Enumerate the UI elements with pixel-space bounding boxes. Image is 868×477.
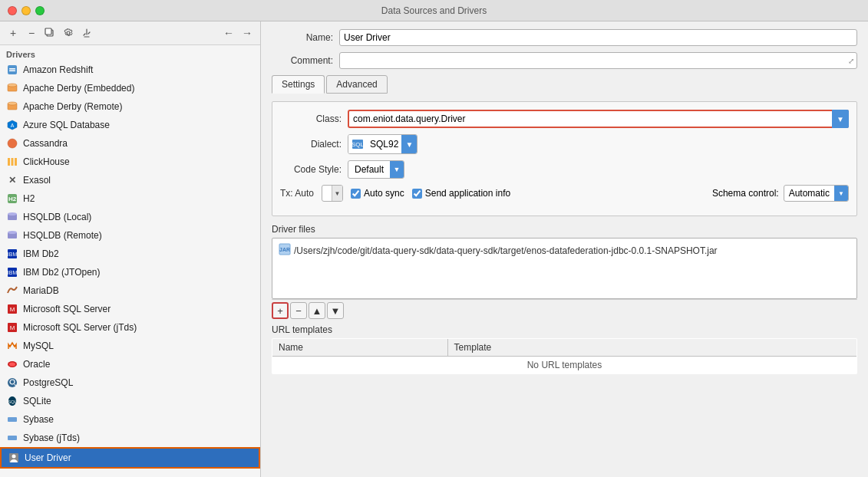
settings-button[interactable] (60, 25, 77, 41)
code-style-label: Code Style: (280, 164, 342, 175)
code-style-row: Code Style: Default ▼ (280, 160, 849, 179)
settings-panel: Class: ▼ Dialect: SQL SQL92 (272, 101, 857, 216)
svg-rect-3 (9, 68, 15, 70)
files-toolbar: + − ▲ ▼ (272, 299, 857, 321)
driver-item[interactable]: ✕ Exasol (0, 171, 260, 189)
svg-text:JAR: JAR (279, 247, 290, 252)
schema-control-group: Schema control: Automatic ▼ (712, 185, 849, 202)
driver-item[interactable]: MariaDB (0, 281, 260, 300)
maximize-button[interactable] (35, 6, 45, 15)
dialect-icon: SQL (348, 135, 367, 153)
driver-item[interactable]: HSQLDB (Local) (0, 208, 260, 226)
tx-select-wrapper: ▼ (322, 185, 343, 202)
driver-item[interactable]: M Microsoft SQL Server (jTds) (0, 318, 260, 337)
sidebar: + − ← → Driver (0, 21, 261, 477)
settings-tabs: Settings Advanced (272, 75, 857, 94)
schema-control-dropdown-button[interactable]: ▼ (834, 185, 848, 202)
minimize-button[interactable] (21, 6, 31, 15)
driver-item[interactable]: Sybase (0, 410, 260, 429)
driver-item[interactable]: IBM IBM Db2 (JTOpen) (0, 263, 260, 281)
driver-icon (6, 64, 18, 76)
class-input[interactable] (348, 110, 849, 128)
driver-icon (6, 156, 18, 168)
driver-item[interactable]: User Driver (0, 447, 260, 469)
svg-rect-1 (45, 28, 51, 35)
tx-row: Tx: Auto ▼ Auto sync Send application in… (280, 185, 849, 202)
svg-point-39 (12, 455, 16, 459)
copy-driver-button[interactable] (41, 25, 58, 41)
svg-rect-12 (8, 158, 10, 166)
close-button[interactable] (8, 6, 17, 15)
driver-item[interactable]: A Azure SQL Database (0, 116, 260, 134)
move-down-button[interactable]: ▼ (327, 302, 344, 319)
url-templates-section: URL templates Name Template No URL templ… (272, 324, 857, 374)
driver-icon (6, 229, 18, 242)
driver-name: H2 (23, 193, 35, 204)
driver-item[interactable]: MySQL (0, 337, 260, 355)
drivers-section-label: Drivers (0, 45, 260, 61)
code-style-dropdown-button[interactable]: ▼ (390, 160, 404, 179)
dialect-dropdown-button[interactable]: ▼ (401, 135, 417, 153)
driver-item[interactable]: HSQLDB (Remote) (0, 226, 260, 245)
url-table-name-header: Name (272, 339, 448, 357)
svg-text:M: M (10, 324, 15, 331)
driver-name: IBM Db2 (JTOpen) (23, 267, 100, 278)
auto-sync-checkbox[interactable] (351, 189, 361, 199)
svg-rect-13 (12, 158, 14, 166)
driver-item[interactable]: Sybase (jTds) (0, 429, 260, 447)
driver-item[interactable]: H2 H2 (0, 189, 260, 208)
code-style-value: Default (348, 164, 390, 175)
comment-label: Comment: (272, 55, 333, 66)
svg-point-6 (8, 84, 17, 87)
driver-item[interactable]: Oracle (0, 355, 260, 373)
nav-forward-button[interactable]: → (239, 25, 256, 41)
driver-item[interactable]: Amazon Redshift (0, 61, 260, 79)
name-input[interactable] (339, 29, 857, 46)
comment-expand-icon[interactable]: ⤢ (848, 57, 854, 65)
schema-control-label: Schema control: (712, 188, 779, 199)
driver-icon (6, 358, 18, 370)
nav-back-button[interactable]: ← (220, 25, 237, 41)
class-dropdown-button[interactable]: ▼ (832, 110, 849, 128)
send-app-info-group: Send application info (412, 188, 510, 199)
main-layout: + − ← → Driver (0, 21, 868, 477)
driver-item[interactable]: M Microsoft SQL Server (0, 300, 260, 318)
svg-rect-2 (8, 65, 17, 74)
export-button[interactable] (78, 25, 95, 41)
move-up-button[interactable]: ▲ (309, 302, 325, 319)
auto-sync-label[interactable]: Auto sync (364, 188, 404, 199)
driver-item[interactable]: IBM IBM Db2 (0, 245, 260, 263)
driver-name: HSQLDB (Remote) (23, 230, 102, 241)
send-app-info-checkbox[interactable] (412, 189, 422, 199)
driver-item[interactable]: Apache Derby (Remote) (0, 97, 260, 116)
driver-icon: M (6, 303, 18, 315)
comment-input-wrapper: ⤢ (339, 52, 857, 69)
content-panel: Name: Comment: ⤢ Settings Advanced Class… (261, 21, 868, 477)
driver-item[interactable]: Apache Derby (Embedded) (0, 79, 260, 97)
remove-driver-button[interactable]: − (23, 25, 40, 41)
driver-item[interactable]: ClickHouse (0, 153, 260, 171)
add-driver-button[interactable]: + (5, 25, 21, 41)
svg-text:IBM: IBM (8, 270, 18, 275)
tx-dropdown-button[interactable]: ▼ (332, 185, 342, 202)
add-file-button[interactable]: + (272, 302, 289, 319)
driver-icon (6, 285, 18, 297)
tx-label: Tx: Auto (280, 188, 314, 199)
svg-text:IBM: IBM (8, 252, 18, 257)
sidebar-toolbar: + − ← → (0, 21, 260, 45)
remove-file-button[interactable]: − (290, 302, 307, 319)
window-title: Data Sources and Drivers (381, 5, 487, 16)
driver-item[interactable]: PostgreSQL (0, 373, 260, 392)
driver-icon (6, 340, 18, 352)
comment-row: Comment: ⤢ (272, 52, 857, 69)
name-row: Name: (272, 29, 857, 46)
tab-settings[interactable]: Settings (272, 75, 325, 94)
driver-name: Sybase (jTds) (23, 433, 80, 443)
svg-point-31 (9, 363, 15, 367)
driver-name: ClickHouse (23, 156, 70, 167)
comment-input[interactable] (339, 52, 857, 69)
driver-item[interactable]: SQL SQLite (0, 392, 260, 410)
tab-advanced[interactable]: Advanced (326, 75, 387, 94)
send-app-info-label[interactable]: Send application info (425, 188, 510, 199)
driver-item[interactable]: Cassandra (0, 134, 260, 153)
